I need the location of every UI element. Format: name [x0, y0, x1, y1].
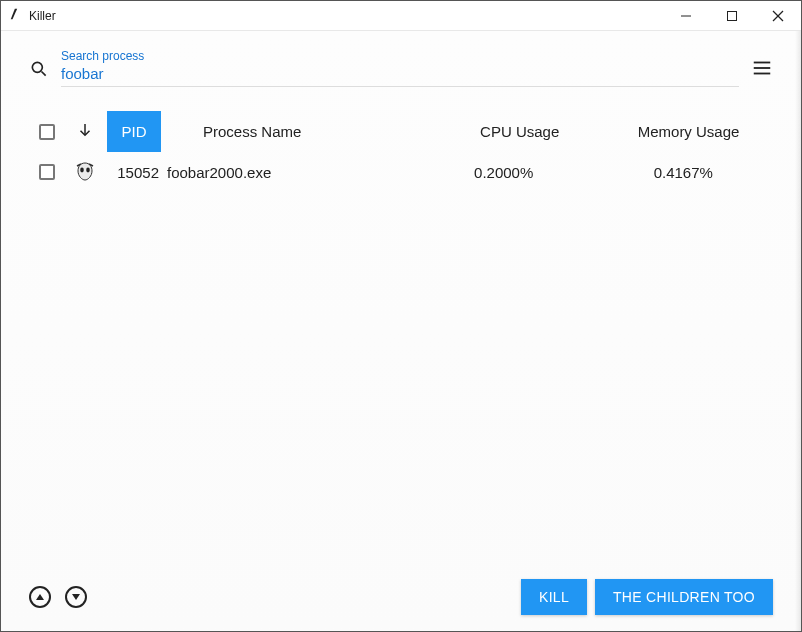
search-label: Search process — [61, 49, 739, 63]
hamburger-menu-icon[interactable] — [751, 57, 773, 87]
table-header: PID Process Name CPU Usage Memory Usage — [29, 113, 773, 150]
window-controls — [663, 1, 801, 30]
table-row[interactable]: 15052 foobar2000.exe 0.2000% 0.4167% — [29, 150, 773, 194]
select-all-checkbox[interactable] — [39, 124, 55, 140]
svg-line-5 — [42, 72, 46, 76]
maximize-button[interactable] — [709, 1, 755, 30]
minimize-button[interactable] — [663, 1, 709, 30]
window-title: Killer — [29, 9, 663, 23]
cell-mem: 0.4167% — [593, 164, 773, 181]
header-checkbox-cell — [29, 124, 65, 140]
svg-point-10 — [80, 168, 84, 173]
close-button[interactable] — [755, 1, 801, 30]
process-table: PID Process Name CPU Usage Memory Usage — [29, 113, 773, 194]
titlebar: Killer — [1, 1, 801, 31]
mem-header-label: Memory Usage — [638, 123, 740, 140]
content-area: Search process PID Proces — [1, 31, 801, 631]
row-checkbox[interactable] — [39, 164, 55, 180]
header-name[interactable]: Process Name — [163, 123, 435, 140]
header-cpu[interactable]: CPU Usage — [435, 123, 604, 140]
process-icon — [65, 160, 105, 184]
cell-name: foobar2000.exe — [163, 164, 414, 181]
arrow-down-icon — [76, 121, 94, 142]
scroll-down-button[interactable] — [65, 586, 87, 608]
app-window: Killer Search process — [0, 0, 802, 632]
svg-marker-13 — [72, 594, 80, 600]
kill-button[interactable]: KILL — [521, 579, 587, 615]
spacer — [29, 194, 773, 569]
svg-marker-12 — [36, 594, 44, 600]
svg-point-11 — [86, 168, 90, 173]
search-field: Search process — [61, 49, 739, 87]
cpu-header-label: CPU Usage — [480, 123, 559, 140]
name-header-label: Process Name — [203, 123, 301, 140]
cell-cpu: 0.2000% — [414, 164, 594, 181]
sort-indicator-cell[interactable] — [65, 121, 105, 142]
app-icon — [9, 7, 23, 25]
cell-pid: 15052 — [105, 164, 163, 181]
footer: KILL THE CHILDREN TOO — [29, 569, 773, 615]
row-checkbox-cell — [29, 164, 65, 180]
svg-rect-1 — [728, 11, 737, 20]
kill-children-button[interactable]: THE CHILDREN TOO — [595, 579, 773, 615]
search-input[interactable] — [61, 63, 739, 87]
svg-point-4 — [32, 62, 42, 72]
scroll-up-button[interactable] — [29, 586, 51, 608]
header-mem[interactable]: Memory Usage — [604, 123, 773, 140]
pid-header-label: PID — [107, 111, 160, 152]
header-pid[interactable]: PID — [105, 123, 163, 140]
right-shadow — [795, 31, 801, 631]
search-icon — [29, 59, 49, 87]
search-row: Search process — [29, 49, 773, 87]
